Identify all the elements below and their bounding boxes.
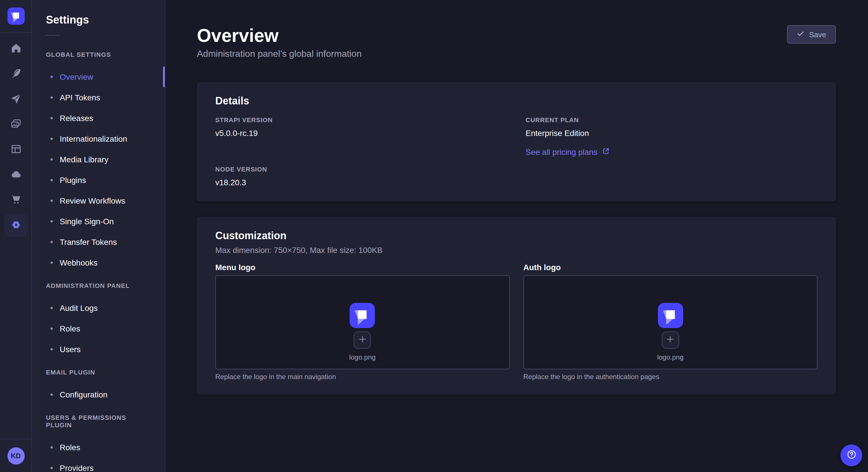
sidebar-item-label: Plugins xyxy=(60,175,86,185)
sidebar-item-providers[interactable]: Providers xyxy=(46,458,151,472)
bullet-icon xyxy=(51,117,53,119)
sidebar-item-api-tokens[interactable]: API Tokens xyxy=(46,87,151,108)
bullet-icon xyxy=(51,446,53,448)
logo-filename: logo.png xyxy=(657,353,683,361)
sidebar-item-users[interactable]: Users xyxy=(46,339,151,360)
strapi-mark-icon xyxy=(658,303,683,328)
feather-nav-button[interactable] xyxy=(4,63,27,86)
help-button[interactable] xyxy=(840,444,862,466)
pricing-plans-link[interactable]: See all pricing plans xyxy=(526,147,610,157)
bullet-icon xyxy=(51,200,53,202)
plus-icon xyxy=(358,335,367,345)
bullet-icon xyxy=(51,328,53,330)
details-grid: STRAPI VERSION v5.0.0-rc.19 NODE VERSION… xyxy=(215,116,817,188)
nav-section-label: USERS & PERMISSIONS PLUGIN xyxy=(32,414,165,429)
logo-grid: Menu logologo.pngReplace the logo in the… xyxy=(215,263,817,381)
field-label: STRAPI VERSION xyxy=(215,116,507,124)
customization-card-title: Customization xyxy=(215,229,817,242)
paper-plane-nav-button[interactable] xyxy=(4,88,27,111)
nav-section: ADMINISTRATION PANELAudit LogsRolesUsers xyxy=(32,282,165,360)
logo-upload-box[interactable]: logo.png xyxy=(523,275,817,369)
media-library-nav-button[interactable] xyxy=(4,113,27,136)
settings-sidebar: Settings GLOBAL SETTINGSOverviewAPI Toke… xyxy=(32,0,165,472)
bullet-icon xyxy=(51,96,53,99)
sidebar-item-review-workflows[interactable]: Review Workflows xyxy=(46,191,151,211)
nav-section: GLOBAL SETTINGSOverviewAPI TokensRelease… xyxy=(32,51,165,273)
nav-section-label: GLOBAL SETTINGS xyxy=(32,51,165,59)
main-nav-rail: KD xyxy=(0,0,32,472)
sidebar-item-plugins[interactable]: Plugins xyxy=(46,170,151,191)
sidebar-item-label: Media Library xyxy=(60,155,108,164)
sidebar-item-label: Webhooks xyxy=(60,258,98,267)
sidebar-item-label: Audit Logs xyxy=(60,303,98,312)
bullet-icon xyxy=(51,220,53,223)
sidebar-item-label: Roles xyxy=(60,324,81,333)
field-value: Enterprise Edition xyxy=(526,128,817,138)
sidebar-item-label: Roles xyxy=(60,443,81,452)
page-title: Overview xyxy=(197,25,362,46)
strapi-logo[interactable] xyxy=(7,7,24,25)
details-right-column: CURRENT PLAN Enterprise Edition See all … xyxy=(526,116,817,188)
add-logo-button[interactable] xyxy=(662,332,679,349)
current-plan-field: CURRENT PLAN Enterprise Edition xyxy=(526,116,817,138)
settings-sidebar-header: Settings xyxy=(32,0,165,36)
nav-section-label: ADMINISTRATION PANEL xyxy=(32,282,165,290)
home-icon xyxy=(10,42,22,55)
bullet-icon xyxy=(51,158,53,161)
sidebar-item-configuration[interactable]: Configuration xyxy=(46,384,151,405)
logo-field-label: Menu logo xyxy=(215,263,509,272)
sidebar-item-label: Internationalization xyxy=(60,134,127,143)
bullet-icon xyxy=(51,241,53,243)
sidebar-item-media-library[interactable]: Media Library xyxy=(46,149,151,170)
cloud-icon xyxy=(10,168,22,181)
question-mark-icon xyxy=(846,449,857,462)
strapi-version-field: STRAPI VERSION v5.0.0-rc.19 xyxy=(215,116,507,138)
sidebar-item-audit-logs[interactable]: Audit Logs xyxy=(46,298,151,318)
logo-field-label: Auth logo xyxy=(523,263,817,272)
sidebar-item-single-sign-on[interactable]: Single Sign-On xyxy=(46,211,151,232)
sidebar-item-releases[interactable]: Releases xyxy=(46,108,151,129)
marketplace-icon xyxy=(10,194,22,207)
strapi-logo-preview xyxy=(658,303,683,328)
sidebar-item-roles[interactable]: Roles xyxy=(46,437,151,458)
home-nav-button[interactable] xyxy=(4,37,27,60)
save-button[interactable]: Save xyxy=(787,25,836,43)
logo-upload-box[interactable]: logo.png xyxy=(215,275,509,369)
content-type-builder-nav-button[interactable] xyxy=(4,138,27,161)
marketplace-nav-button[interactable] xyxy=(4,189,27,212)
customization-card-subtitle: Max dimension: 750×750, Max file size: 1… xyxy=(215,245,817,255)
sidebar-item-webhooks[interactable]: Webhooks xyxy=(46,252,151,273)
bullet-icon xyxy=(51,394,53,396)
bullet-icon xyxy=(51,138,53,140)
settings-nav-button[interactable] xyxy=(4,214,27,237)
bullet-icon xyxy=(51,262,53,264)
customization-card: Customization Max dimension: 750×750, Ma… xyxy=(197,217,836,395)
settings-title: Settings xyxy=(46,14,151,26)
external-link-icon xyxy=(602,147,610,157)
logo-field-caption: Replace the logo in the authentication p… xyxy=(523,373,817,381)
sidebar-item-label: Single Sign-On xyxy=(60,217,114,226)
user-avatar[interactable]: KD xyxy=(7,447,24,465)
sidebar-item-label: Providers xyxy=(60,463,94,472)
sidebar-item-label: Users xyxy=(60,345,81,354)
add-logo-button[interactable] xyxy=(354,332,371,349)
media-library-icon xyxy=(10,118,22,131)
content-type-builder-icon xyxy=(10,143,22,156)
sidebar-item-internationalization[interactable]: Internationalization xyxy=(46,129,151,149)
rail-nav xyxy=(0,33,32,237)
sidebar-item-roles[interactable]: Roles xyxy=(46,318,151,339)
sidebar-item-label: Releases xyxy=(60,113,93,123)
bullet-icon xyxy=(51,179,53,181)
nav-section: USERS & PERMISSIONS PLUGINRolesProviders xyxy=(32,414,165,472)
strapi-mark-icon xyxy=(350,303,375,328)
bullet-icon xyxy=(51,76,53,78)
sidebar-item-transfer-tokens[interactable]: Transfer Tokens xyxy=(46,232,151,252)
settings-icon xyxy=(10,219,22,232)
sidebar-item-label: Review Workflows xyxy=(60,196,125,205)
feather-icon xyxy=(10,67,22,80)
nav-section: EMAIL PLUGINConfiguration xyxy=(32,369,165,405)
cloud-nav-button[interactable] xyxy=(4,164,27,187)
bullet-icon xyxy=(51,467,53,469)
details-card-title: Details xyxy=(215,95,817,107)
sidebar-item-overview[interactable]: Overview xyxy=(46,67,151,87)
